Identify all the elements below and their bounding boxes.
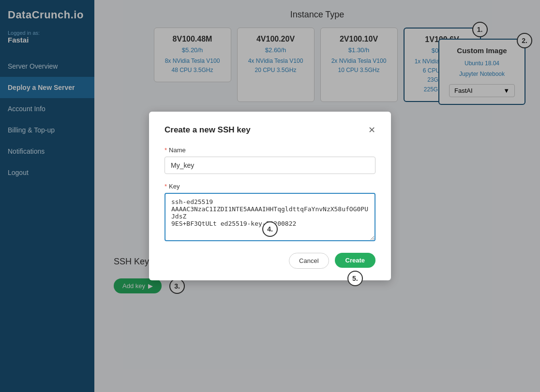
create-button[interactable]: Create [335, 253, 375, 268]
step-4-badge: 4. [262, 221, 278, 237]
cancel-button[interactable]: Cancel [289, 253, 329, 269]
step-5-badge: 5. [347, 271, 363, 286]
name-form-group: * Name [165, 146, 375, 174]
modal-footer: Cancel Create 5. [165, 253, 375, 269]
modal-header: Create a new SSH key ✕ [165, 125, 375, 135]
ssh-key-modal: Create a new SSH key ✕ * Name * Key ssh-… [149, 112, 391, 280]
modal-overlay: Create a new SSH key ✕ * Name * Key ssh-… [94, 0, 540, 392]
name-input[interactable] [165, 157, 375, 174]
name-label: * Name [165, 146, 375, 154]
modal-close-button[interactable]: ✕ [368, 126, 375, 134]
key-label: * Key [165, 183, 375, 190]
main-content: Instance Type 8V100.48M $5.20/h 8x NVidi… [94, 0, 540, 392]
name-required-star: * [165, 146, 167, 154]
modal-title: Create a new SSH key [165, 125, 251, 135]
key-required-star: * [165, 183, 167, 190]
